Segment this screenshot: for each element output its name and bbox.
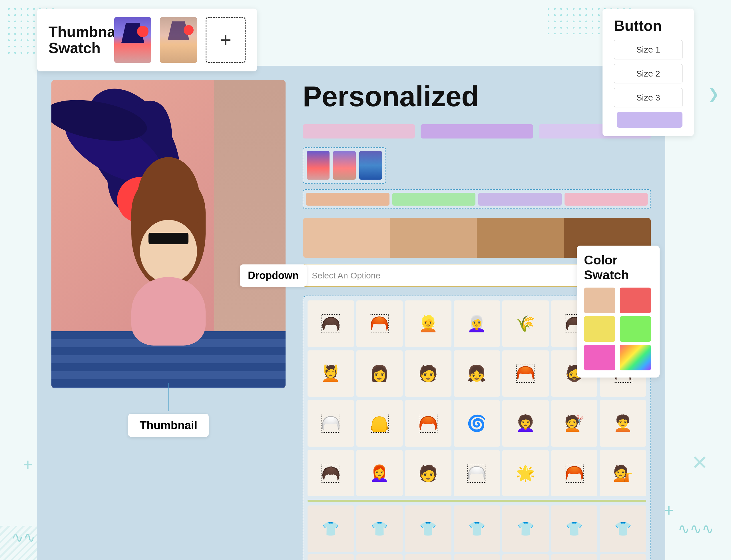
personalization-area: Personalized — [303, 80, 651, 560]
hair-style-20[interactable]: 💇 — [551, 400, 598, 447]
thumbnail-label-box: Thumbnail — [128, 414, 209, 437]
dropdown-label: Dropdown — [240, 264, 307, 287]
hair-style-22[interactable]: 🦱 — [308, 450, 354, 497]
thumbnail-swatch-label: Thumbnail Swatch — [49, 24, 106, 56]
main-wrapper: Thumbnail Swatch + Button Size 1 Size 2 … — [37, 9, 694, 551]
hair-style-27[interactable]: 🦰 — [551, 450, 598, 497]
outfit-12[interactable]: 👗 — [502, 554, 549, 560]
hair-style-17[interactable]: 🦰 — [405, 400, 451, 447]
outfit-grid-row-1: 👕 👕 👕 👕 👕 👕 👕 — [308, 505, 646, 552]
thumbnail-swatch-item-1[interactable] — [114, 17, 151, 63]
outfit-10[interactable]: 👗 — [405, 554, 451, 560]
hair-style-15[interactable]: 🦳 — [308, 400, 354, 447]
outfit-2[interactable]: 👕 — [356, 505, 403, 552]
outfit-3[interactable]: 👕 — [405, 505, 451, 552]
hair-style-1[interactable]: 🦱 — [308, 300, 354, 347]
hair-style-12[interactable]: 🦰 — [502, 350, 549, 397]
hair-style-24[interactable]: 🧑 — [405, 450, 451, 497]
outfit-6[interactable]: 👕 — [551, 505, 598, 552]
char-head — [140, 220, 197, 283]
outfit-grid-row-2: 👗 👗 👗 👗 👗 👗 👗 — [308, 554, 646, 560]
hair-style-3[interactable]: 👱 — [405, 300, 451, 347]
hair-style-21[interactable]: 🧑‍🦱 — [600, 400, 646, 447]
thumbnail-swatch-item-2[interactable] — [160, 17, 197, 63]
product-image — [51, 80, 286, 388]
hair-grid-row-3: 🦳 🦲 🦰 🌀 👩‍🦱 💇 🧑‍🦱 — [308, 400, 646, 447]
swatch-pink[interactable] — [565, 193, 648, 206]
hair-grid-row-4: 🦱 👩‍🦰 🧑 🦳 🌟 🦰 💁 — [308, 450, 646, 497]
color-options-row — [303, 124, 651, 139]
hair-outfit-divider — [308, 500, 646, 502]
hair-style-4[interactable]: 👩‍🦳 — [454, 300, 500, 347]
color-bar-purple[interactable] — [421, 124, 533, 139]
hair-style-25[interactable]: 🦳 — [454, 450, 500, 497]
swatch-peach[interactable] — [306, 193, 389, 206]
size-3-button[interactable]: Size 3 — [614, 88, 682, 107]
hair-style-8[interactable]: 💆 — [308, 350, 354, 397]
skin-tone-3[interactable] — [477, 218, 564, 258]
outfit-13[interactable]: 👗 — [551, 554, 598, 560]
mini-thumb-2[interactable] — [333, 151, 356, 180]
product-area: Thumbnail Personalized — [37, 66, 665, 560]
swatch-green[interactable] — [392, 193, 476, 206]
cs-yellow[interactable] — [584, 316, 615, 342]
hair-style-16[interactable]: 🦲 — [356, 400, 403, 447]
hair-style-18[interactable]: 🌀 — [454, 400, 500, 447]
outfit-7[interactable]: 👕 — [600, 505, 646, 552]
color-bar-pink[interactable] — [303, 124, 415, 139]
hair-style-26[interactable]: 🌟 — [502, 450, 549, 497]
hair-style-11[interactable]: 👧 — [454, 350, 500, 397]
cs-peach[interactable] — [584, 288, 615, 313]
char-body — [131, 277, 206, 346]
cs-lime[interactable] — [620, 316, 651, 342]
thumbnail-swatch-add-button[interactable]: + — [206, 17, 246, 63]
hair-style-23[interactable]: 👩‍🦰 — [356, 450, 403, 497]
product-image-container: Thumbnail — [51, 80, 286, 560]
bg-plus-bottom-left: + — [23, 455, 33, 474]
outfit-8[interactable]: 👗 — [308, 554, 354, 560]
hair-style-5[interactable]: 🌾 — [502, 300, 549, 347]
cs-rainbow[interactable] — [620, 345, 651, 370]
hair-style-9[interactable]: 👩 — [356, 350, 403, 397]
size-1-button[interactable]: Size 1 — [614, 40, 682, 59]
outfit-4[interactable]: 👕 — [454, 505, 500, 552]
mini-thumb-3[interactable] — [359, 151, 382, 180]
color-swatch-grid — [584, 288, 652, 370]
thumbnail-swatch-panel: Thumbnail Swatch + — [37, 9, 257, 71]
outfit-14[interactable]: 👗 — [600, 554, 646, 560]
hair-style-28[interactable]: 💁 — [600, 450, 646, 497]
cs-pink[interactable] — [584, 345, 615, 370]
personalized-title: Personalized — [303, 80, 651, 113]
skin-tone-1[interactable] — [303, 218, 390, 258]
hair-style-19[interactable]: 👩‍🦱 — [502, 400, 549, 447]
button-panel: Button Size 1 Size 2 Size 3 — [603, 9, 694, 136]
button-panel-title: Button — [614, 17, 682, 34]
char-glasses — [148, 233, 188, 244]
hair-style-2[interactable]: 🦰 — [356, 300, 403, 347]
product-character — [114, 203, 223, 346]
bg-chevron-right: ❯ — [708, 86, 720, 102]
hair-style-10[interactable]: 🧑 — [405, 350, 451, 397]
skin-tone-2[interactable] — [390, 218, 477, 258]
outfit-5[interactable]: 👕 — [502, 505, 549, 552]
color-swatch-title: ColorSwatch — [584, 253, 652, 282]
outfit-11[interactable]: 👗 — [454, 554, 500, 560]
thumbnail-row-dashed — [303, 147, 386, 184]
cs-coral[interactable] — [620, 288, 651, 313]
thumbnail-arrow-line — [168, 383, 169, 411]
mini-thumb-1[interactable] — [307, 151, 330, 180]
outfit-9[interactable]: 👗 — [356, 554, 403, 560]
color-swatch-panel: ColorSwatch — [577, 246, 660, 378]
selected-button-display — [617, 112, 682, 128]
swatch-row-dashed — [303, 189, 651, 209]
size-2-button[interactable]: Size 2 — [614, 64, 682, 83]
outfit-1[interactable]: 👕 — [308, 505, 354, 552]
swatch-lavender[interactable] — [478, 193, 562, 206]
